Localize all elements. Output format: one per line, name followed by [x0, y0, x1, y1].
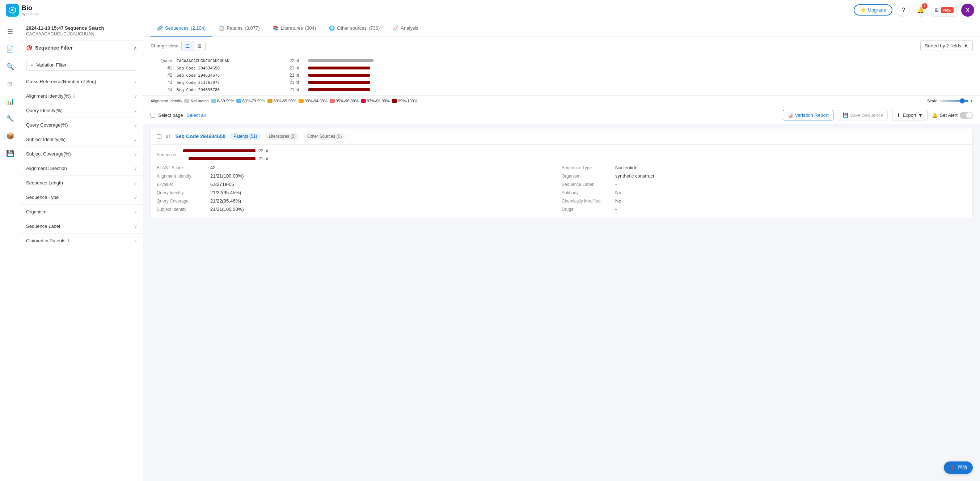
app-title: Bio: [22, 4, 40, 12]
filter-item-query-identity-[interactable]: Query Identity(%) ∨: [20, 103, 143, 118]
align-seq-2: Seq Code 294634678: [177, 73, 285, 78]
export-icon: ⬇: [897, 113, 901, 118]
result-1-seq-code[interactable]: Seq Code 294634650: [175, 133, 226, 139]
info-icon: ℹ: [68, 238, 70, 243]
filter-item-label: Subject Coverage(%): [26, 151, 71, 157]
user-avatar[interactable]: X: [961, 4, 974, 17]
logo-text: Bio by patsnap: [22, 4, 40, 16]
filter-item-label: Query Identity(%): [26, 108, 63, 113]
globe-icon: 🌐: [329, 25, 335, 31]
scale-slider[interactable]: [939, 100, 969, 102]
detail-blast-score: BLAST Score: 42: [157, 165, 562, 170]
variation-report-button[interactable]: 📊 Variation Report: [783, 110, 834, 121]
variation-icon: ≡: [31, 62, 33, 68]
book-icon: 📚: [273, 25, 278, 31]
set-alert-toggle[interactable]: [960, 112, 973, 119]
filter-item-subject-identity-[interactable]: Subject Identity(%) ∨: [20, 132, 143, 147]
scale-minus-icon[interactable]: −: [923, 99, 925, 103]
seq-nt-top: 22 nt: [258, 148, 268, 153]
filter-item-subject-coverage-[interactable]: Subject Coverage(%) ∨: [20, 147, 143, 161]
grid-view-button[interactable]: ⊞: [194, 41, 205, 51]
filter-item-alignment-identity-[interactable]: Alignment Identity(%) ℹ ∨: [20, 89, 143, 103]
sidebar-item-save[interactable]: 💾: [3, 146, 18, 160]
logo-icon[interactable]: [6, 4, 19, 17]
search-title: 2024-11-13 15:47 Sequence Search: [26, 25, 137, 31]
filter-item-label: Claimed in Patents ℹ: [26, 238, 70, 243]
filter-item-label: Subject Identity(%): [26, 137, 65, 142]
tab-other-sources[interactable]: 🌐 Other sources (736): [323, 20, 386, 37]
align-row-3: #3 Seq Code 313763072 21 nt: [151, 79, 973, 86]
list-view-button[interactable]: ☰: [182, 41, 194, 51]
sort-button[interactable]: Sorted by 2 fields ▼: [920, 41, 973, 51]
legend-label-80-89: 80%-89.99%: [274, 99, 296, 103]
tab-literatures-count: (304): [305, 25, 316, 31]
legend-color-90-94: [299, 99, 304, 103]
legend-97-98: 97%-98.99%: [361, 99, 390, 103]
tab-analysis[interactable]: 📈 Analysis: [386, 20, 425, 37]
legend-80-89: 80%-89.99%: [267, 99, 296, 103]
align-bar-2-container: [308, 74, 381, 77]
subject-identity-label: Subject Identity:: [157, 207, 207, 212]
filter-item-cross-reference-number-of-seq-[interactable]: Cross Reference(Number of Seq) ∨: [20, 75, 143, 89]
filter-panel: 2024-11-13 15:47 Sequence Search CAGAAAG…: [20, 20, 143, 481]
select-page-checkbox[interactable]: [151, 113, 155, 117]
patent-icon: 📋: [219, 25, 224, 31]
sidebar-item-menu[interactable]: ☰: [3, 25, 18, 39]
upgrade-button[interactable]: ⭐ Upgrade: [854, 4, 893, 16]
align-row-query: Query CAGAAAGAGUGUCUCAUCUUAN 22 nt: [151, 57, 973, 64]
legend-0-59: 0-59.99%: [211, 99, 234, 103]
tab-sequences[interactable]: 🧬 Sequences (2,104): [151, 20, 212, 37]
scale-plus-icon[interactable]: +: [970, 99, 973, 103]
result-1-patents-badge[interactable]: Patents (51): [230, 133, 261, 140]
sidebar-item-search[interactable]: 🔍: [3, 59, 18, 74]
align-num-2: #2: [151, 73, 172, 78]
tab-literatures[interactable]: 📚 Literatures (304): [266, 20, 323, 37]
tabs-bar: 🧬 Sequences (2,104) 📋 Patents (3,077) 📚 …: [143, 20, 980, 37]
export-button[interactable]: ⬇ Export ▼: [892, 110, 927, 121]
filter-item-sequence-type[interactable]: Sequence Type ∨: [20, 190, 143, 205]
select-all-link[interactable]: Select all: [187, 113, 206, 118]
e-value-label: E-Value:: [157, 182, 207, 187]
legend-60-79: 60%-79.99%: [236, 99, 265, 103]
sidebar-item-dashboard[interactable]: ⊞: [3, 77, 18, 91]
filter-item-organism[interactable]: Organism ∨: [20, 205, 143, 219]
help-nav-button[interactable]: ?: [897, 4, 910, 17]
tab-other-sources-count: (736): [369, 25, 380, 31]
notification-button[interactable]: 🔔 2: [914, 4, 927, 17]
filter-title-text: Sequence Filter: [35, 45, 73, 51]
filter-item-claimed-in-patents[interactable]: Claimed in Patents ℹ ∨: [20, 233, 143, 248]
detail-alignment-identity: Alignment Identity: 21/21(100.00%): [157, 173, 562, 179]
filter-item-alignment-direction[interactable]: Alignment Direction ∨: [20, 161, 143, 176]
filter-item-label: Sequence Type: [26, 195, 59, 200]
filter-item-query-coverage-[interactable]: Query Coverage(%) ∨: [20, 118, 143, 132]
filter-item-sequence-length[interactable]: Sequence Length ∨: [20, 176, 143, 190]
filter-item-label: Sequence Label: [26, 224, 60, 229]
tab-patents[interactable]: 📋 Patents (3,077): [212, 20, 266, 37]
filter-item-sequence-label[interactable]: Sequence Label ∨: [20, 219, 143, 233]
result-1-literatures-badge[interactable]: Literatures (0): [265, 133, 299, 140]
apps-button[interactable]: ⊞ New: [932, 4, 957, 17]
save-sequence-button[interactable]: 💾 Save Sequence: [838, 110, 888, 121]
align-nt-2: 21 nt: [290, 73, 304, 78]
collapse-filter-icon[interactable]: ∧: [134, 45, 137, 51]
variation-filter-button[interactable]: ≡ Variation Filter: [26, 59, 137, 71]
tab-patents-count: (3,077): [245, 25, 259, 31]
filter-chevron-icon: ∨: [134, 122, 137, 128]
query-bar: [308, 59, 374, 62]
sidebar-item-document[interactable]: 📄: [3, 42, 18, 56]
result-1-other-badge[interactable]: Other Sources (0): [304, 133, 345, 140]
align-seq-4: Seq Code 294635786: [177, 87, 285, 92]
result-1-checkbox[interactable]: [157, 134, 161, 139]
legend-color-not-match: [184, 99, 189, 103]
sort-chevron-icon: ▼: [963, 43, 968, 48]
query-coverage-label: Query Coverage:: [157, 198, 207, 203]
sidebar-item-tools[interactable]: 🔧: [3, 111, 18, 126]
help-circle-icon: ❓: [950, 465, 955, 470]
sidebar-item-box[interactable]: 📦: [3, 129, 18, 143]
sequence-label: Sequence:: [157, 152, 177, 157]
seq-nt-bottom: 21 nt: [258, 156, 268, 161]
panel-collapse-button[interactable]: ❮: [143, 240, 143, 262]
sidebar-item-metrics[interactable]: 📊: [3, 94, 18, 108]
help-button[interactable]: ❓ 帮助: [944, 462, 973, 474]
toolbar: Change view ☰ ⊞ Sorted by 2 fields ▼: [143, 37, 980, 55]
